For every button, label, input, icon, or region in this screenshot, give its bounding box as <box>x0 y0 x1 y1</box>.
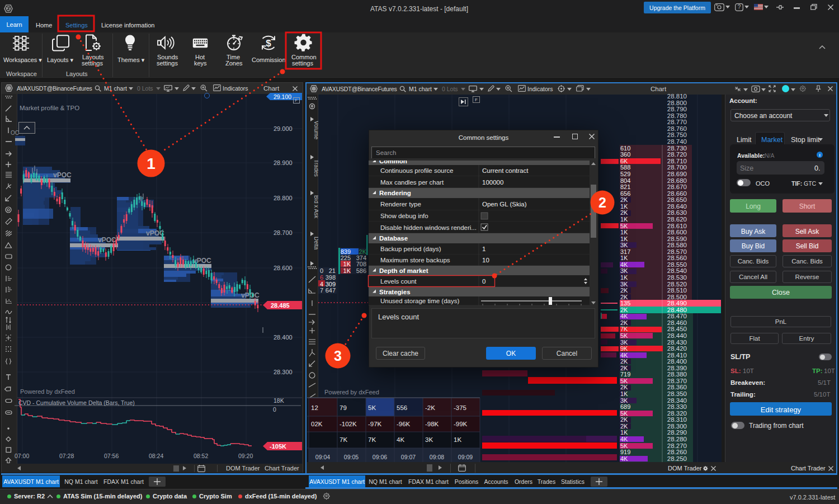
svg-text:3: 3 <box>334 348 342 364</box>
svg-text:2: 2 <box>598 195 606 210</box>
svg-text:1: 1 <box>147 155 155 172</box>
